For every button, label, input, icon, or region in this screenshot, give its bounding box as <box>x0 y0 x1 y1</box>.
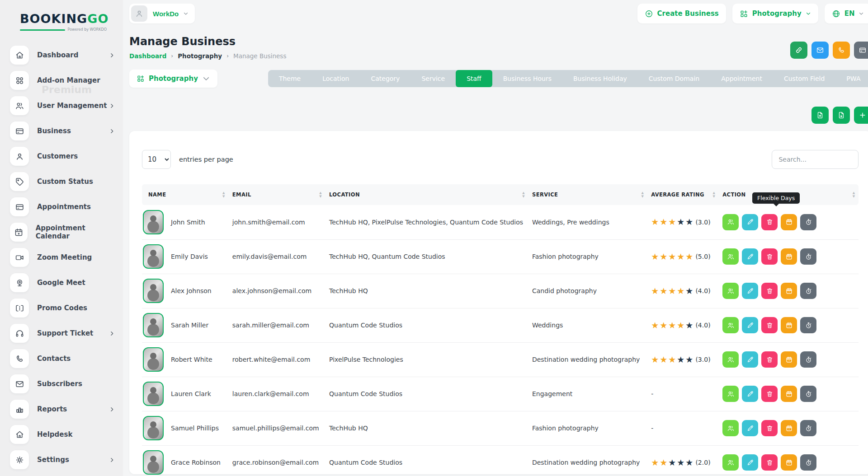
edit-button[interactable] <box>742 317 758 333</box>
tab-business-hours[interactable]: Business Hours <box>492 70 562 87</box>
sidebar-item-support-ticket[interactable]: Support Ticket <box>10 323 115 343</box>
flexible-days-button[interactable] <box>781 386 797 402</box>
phone-button[interactable] <box>833 42 850 59</box>
calendar-icon <box>10 223 28 242</box>
timer-button[interactable] <box>800 214 816 230</box>
add-staff-button[interactable] <box>854 107 868 124</box>
business-dropdown[interactable]: Photography <box>732 4 818 23</box>
sidebar-item-addon-manager[interactable]: Add-on Manager Premium <box>10 70 115 90</box>
timer-button[interactable] <box>800 283 816 299</box>
tab-service[interactable]: Service <box>410 70 456 87</box>
sidebar-item-business[interactable]: Business <box>10 121 115 141</box>
timer-button[interactable] <box>800 351 816 368</box>
delete-button[interactable] <box>761 454 778 471</box>
flexible-days-button[interactable] <box>781 317 797 333</box>
delete-button[interactable] <box>761 283 778 299</box>
edit-button[interactable] <box>742 420 758 436</box>
flexible-days-button[interactable] <box>781 454 797 471</box>
delete-button[interactable] <box>761 351 778 368</box>
grid-plus-icon <box>137 75 145 83</box>
trash-icon <box>766 459 774 467</box>
pencil-icon <box>746 425 754 432</box>
timer-button[interactable] <box>800 454 816 471</box>
assign-users-button[interactable] <box>722 420 739 436</box>
column-header-email[interactable]: EMAIL▲▼ <box>229 184 326 205</box>
download-file-button[interactable] <box>833 107 850 124</box>
sidebar-item-contacts[interactable]: Contacts <box>10 349 115 369</box>
staff-name: John Smith <box>171 219 205 226</box>
assign-users-button[interactable] <box>722 317 739 333</box>
copy-link-button[interactable] <box>790 42 807 59</box>
pencil-icon <box>746 287 754 295</box>
tab-category[interactable]: Category <box>360 70 410 87</box>
create-business-button[interactable]: Create Business <box>637 4 726 23</box>
card-button[interactable] <box>854 42 868 59</box>
column-header-name[interactable]: NAME▲▼ <box>142 184 229 205</box>
assign-users-button[interactable] <box>722 214 739 230</box>
delete-button[interactable] <box>761 317 778 333</box>
sidebar-item-reports[interactable]: Reports <box>10 399 115 419</box>
edit-button[interactable] <box>742 386 758 402</box>
users-icon <box>727 218 735 226</box>
mail-button[interactable] <box>811 42 829 59</box>
flexible-days-button[interactable] <box>781 283 797 299</box>
assign-users-button[interactable] <box>722 283 739 299</box>
assign-users-button[interactable] <box>722 351 739 368</box>
timer-button[interactable] <box>800 420 816 436</box>
edit-button[interactable] <box>742 351 758 368</box>
flexible-days-button[interactable] <box>781 248 797 265</box>
edit-button[interactable] <box>742 214 758 230</box>
search-input[interactable] <box>772 150 859 169</box>
column-header-service[interactable]: SERVICE▲▼ <box>528 184 647 205</box>
sidebar-item-dashboard[interactable]: Dashboard <box>10 45 115 65</box>
sidebar-item-promo-codes[interactable]: Promo Codes <box>10 298 115 318</box>
breadcrumb-photography[interactable]: Photography <box>178 52 222 60</box>
flexible-days-button[interactable] <box>781 214 797 230</box>
sidebar-item-google-meet[interactable]: Google Meet <box>10 273 115 293</box>
flexible-days-button[interactable] <box>781 351 797 368</box>
timer-button[interactable] <box>800 317 816 333</box>
business-select[interactable]: Photography <box>129 70 217 88</box>
tab-pwa[interactable]: PWA <box>835 70 868 87</box>
tab-theme[interactable]: Theme <box>268 70 311 87</box>
delete-button[interactable] <box>761 214 778 230</box>
language-dropdown[interactable]: EN <box>825 4 868 23</box>
sidebar-item-appointments[interactable]: Appointments <box>10 197 115 217</box>
assign-users-button[interactable] <box>722 248 739 265</box>
sidebar-item-settings[interactable]: Settings <box>10 450 115 470</box>
sidebar-item-zoom-meeting[interactable]: Zoom Meeting <box>10 247 115 267</box>
export-file-button[interactable] <box>811 107 829 124</box>
edit-button[interactable] <box>742 283 758 299</box>
tab-custom-field[interactable]: Custom Field <box>773 70 835 87</box>
breadcrumb: Dashboard › Photography › Manage Busines… <box>129 52 286 60</box>
edit-button[interactable] <box>742 248 758 265</box>
sidebar-item-subscribers[interactable]: Subscribers <box>10 374 115 394</box>
stopwatch-icon <box>805 390 812 398</box>
assign-users-button[interactable] <box>722 454 739 471</box>
timer-button[interactable] <box>800 386 816 402</box>
sidebar-item-customers[interactable]: Customers <box>10 146 115 166</box>
column-header-location[interactable]: LOCATION▲▼ <box>326 184 528 205</box>
topbar: WorkDo Create Business Photography EN <box>129 4 868 23</box>
column-header-average-rating[interactable]: AVERAGE RATING▲▼ <box>647 184 719 205</box>
tab-business-holiday[interactable]: Business Holiday <box>562 70 638 87</box>
sidebar-item-helpdesk[interactable]: Helpdesk <box>10 425 115 444</box>
edit-button[interactable] <box>742 454 758 471</box>
delete-button[interactable] <box>761 386 778 402</box>
workspace-selector[interactable]: WorkDo <box>129 4 195 23</box>
sidebar-item-user-management[interactable]: User Management <box>10 96 115 116</box>
delete-button[interactable] <box>761 420 778 436</box>
timer-button[interactable] <box>800 248 816 265</box>
tab-staff[interactable]: Staff <box>456 70 492 87</box>
breadcrumb-dashboard-link[interactable]: Dashboard <box>129 52 166 60</box>
flexible-days-button[interactable] <box>781 420 797 436</box>
sidebar-item-custom-status[interactable]: Custom Status <box>10 172 115 191</box>
assign-users-button[interactable] <box>722 386 739 402</box>
tab-custom-domain[interactable]: Custom Domain <box>638 70 710 87</box>
entries-per-page-select[interactable]: 10 <box>142 150 171 169</box>
tab-location[interactable]: Location <box>311 70 360 87</box>
sidebar-item-appointment-calendar[interactable]: Appointment Calendar <box>10 222 115 242</box>
table-row: Grace Robinson grace.robinson@email.com … <box>142 445 859 476</box>
tab-appointment[interactable]: Appointment <box>710 70 773 87</box>
delete-button[interactable] <box>761 248 778 265</box>
